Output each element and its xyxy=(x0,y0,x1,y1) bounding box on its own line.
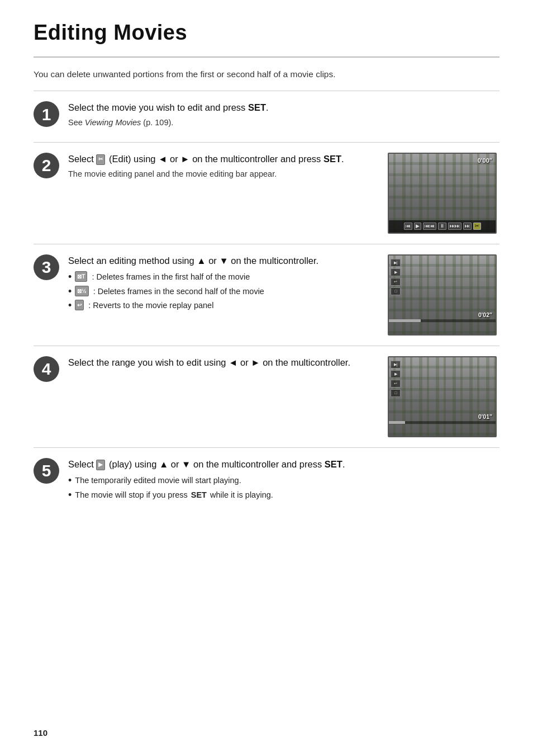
bullet-list-5: The temporarily edited movie will start … xyxy=(68,475,499,502)
camera-sidebar-icons: ▶|▶↩□ xyxy=(391,259,401,295)
step-number-4: 4 xyxy=(34,356,59,382)
edit-bar-button[interactable]: ⏭ xyxy=(463,223,472,230)
bullet-icon: ⊠T xyxy=(75,271,87,282)
step-3: 3Select an editing method using ▲ or ▼ o… xyxy=(34,244,499,346)
step-number-3: 3 xyxy=(34,254,59,280)
step-number-2: 2 xyxy=(34,153,59,178)
step-title-1: Select the movie you wish to edit and pr… xyxy=(68,101,499,115)
timestamp: 0'00" xyxy=(478,156,492,166)
step-subtitle-2: The movie editing panel and the movie ed… xyxy=(68,168,379,181)
intro-text: You can delete unwanted portions from th… xyxy=(34,68,499,81)
bullet-item: ↩ : Reverts to the movie replay panel xyxy=(68,300,379,312)
step-content-4: Select the range you wish to edit using … xyxy=(68,356,499,437)
step-subtitle-1: See Viewing Movies (p. 109). xyxy=(68,117,499,129)
edit-bar-button[interactable]: ⏸ xyxy=(438,223,446,230)
camera-screen-3: ▶|▶↩□0'02" xyxy=(388,254,497,336)
edit-bar-button[interactable]: ⏮ xyxy=(404,223,412,230)
camera-sidebar-icons: ▶|▶↩□ xyxy=(391,361,401,397)
step-content-3: Select an editing method using ▲ or ▼ on… xyxy=(68,254,499,336)
step-image-col-4: ▶|▶↩□0'01" xyxy=(388,356,499,437)
step-text-col-4: Select the range you wish to edit using … xyxy=(68,356,379,372)
sidebar-icon-box: ▶ xyxy=(391,370,401,378)
step-content-1: Select the movie you wish to edit and pr… xyxy=(68,101,499,132)
camera-screen-4: ▶|▶↩□0'01" xyxy=(388,356,497,437)
bullet-icon: ↩ xyxy=(75,300,84,310)
step-text-col-3: Select an editing method using ▲ or ▼ on… xyxy=(68,254,379,314)
step-5: 5Select ▶ (play) using ▲ or ▼ on the mul… xyxy=(34,447,499,513)
scrub-bar xyxy=(389,421,496,424)
page: Editing Movies You can delete unwanted p… xyxy=(0,0,533,756)
bullet-item: The movie will stop if you press SET whi… xyxy=(68,489,499,502)
scrub-played xyxy=(389,319,421,322)
camera-screen-2: 0'00"⏮▶⏮⏮⏸⏭⏭⏭✂ xyxy=(388,153,497,234)
time-bottom-right: 0'01" xyxy=(478,413,492,422)
sidebar-icon-box: ▶| xyxy=(391,361,401,368)
step-title-3: Select an editing method using ▲ or ▼ on… xyxy=(68,254,379,268)
page-number: 110 xyxy=(34,727,47,740)
bullet-item: ⊠T : Deletes frames in the first half of… xyxy=(68,271,379,284)
step-content-2: Select ✂ (Edit) using ◄ or ► on the mult… xyxy=(68,153,499,234)
bullet-item: The temporarily edited movie will start … xyxy=(68,475,499,487)
bullet-list-3: ⊠T : Deletes frames in the first half of… xyxy=(68,271,379,312)
scrub-played xyxy=(389,421,405,424)
step-4: 4Select the range you wish to edit using… xyxy=(34,346,499,447)
page-title: Editing Movies xyxy=(34,17,499,58)
tree-overlay xyxy=(389,357,496,436)
step-1: 1Select the movie you wish to edit and p… xyxy=(34,91,499,142)
steps-list: 1Select the movie you wish to edit and p… xyxy=(34,91,499,513)
sidebar-icon-box: ▶| xyxy=(391,259,401,267)
step-with-image-3: Select an editing method using ▲ or ▼ on… xyxy=(68,254,499,336)
tree-overlay xyxy=(389,256,496,334)
step-with-image-2: Select ✂ (Edit) using ◄ or ► on the mult… xyxy=(68,153,499,234)
step-image-col-2: 0'00"⏮▶⏮⏮⏸⏭⏭⏭✂ xyxy=(388,153,499,234)
step-text-col-2: Select ✂ (Edit) using ◄ or ► on the mult… xyxy=(68,153,379,183)
sidebar-icon-box: ▶ xyxy=(391,268,401,276)
step-2: 2Select ✂ (Edit) using ◄ or ► on the mul… xyxy=(34,142,499,244)
step-number-1: 1 xyxy=(34,101,59,127)
step-title-2: Select ✂ (Edit) using ◄ or ► on the mult… xyxy=(68,153,379,166)
edit-bar-button[interactable]: ⏮⏮ xyxy=(423,223,436,230)
sidebar-icon-box: ↩ xyxy=(391,278,401,286)
edit-bar-button[interactable]: ▶ xyxy=(414,223,421,230)
step-title-4: Select the range you wish to edit using … xyxy=(68,356,379,370)
scrub-bar xyxy=(389,319,496,322)
step-title-5: Select ▶ (play) using ▲ or ▼ on the mult… xyxy=(68,458,499,471)
bullet-icon: ⊠½ xyxy=(75,286,88,296)
edit-bar-button[interactable]: ⏭⏭ xyxy=(448,223,461,230)
time-bottom-right: 0'02" xyxy=(478,311,492,320)
step-image-col-3: ▶|▶↩□0'02" xyxy=(388,254,499,336)
edit-bar-button[interactable]: ✂ xyxy=(473,223,481,230)
sidebar-icon-box: □ xyxy=(391,389,401,397)
step-number-5: 5 xyxy=(34,458,59,484)
edit-bar: ⏮▶⏮⏮⏸⏭⏭⏭✂ xyxy=(389,220,496,233)
step-with-image-4: Select the range you wish to edit using … xyxy=(68,356,499,437)
bullet-item: ⊠½ : Deletes frames in the second half o… xyxy=(68,286,379,298)
sidebar-icon-box: ↩ xyxy=(391,380,401,388)
sidebar-icon-box: □ xyxy=(391,287,401,295)
step-content-5: Select ▶ (play) using ▲ or ▼ on the mult… xyxy=(68,458,499,503)
